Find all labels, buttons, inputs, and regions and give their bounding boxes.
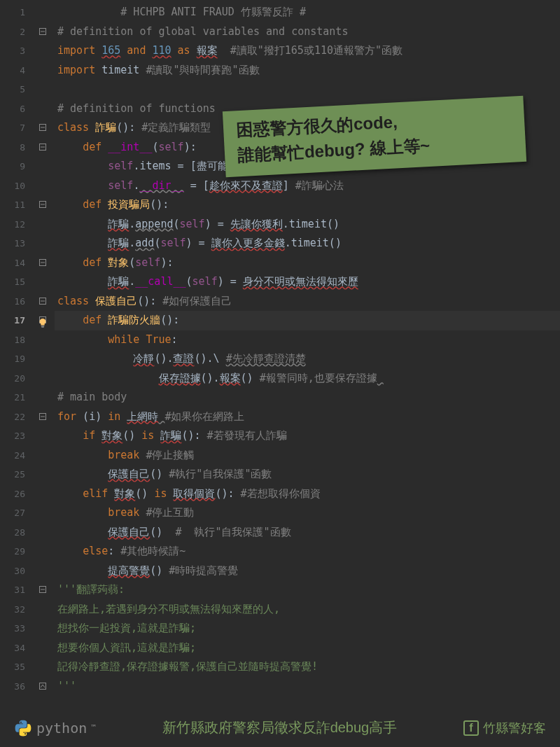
line-number: 28 <box>0 523 25 543</box>
code-line[interactable]: # definition of global variables and con… <box>55 22 560 42</box>
line-number: 6 <box>0 99 25 119</box>
line-number: 36 <box>0 677 25 697</box>
footer-facebook-link[interactable]: f 竹縣警好客 <box>463 720 546 736</box>
fold-minus-icon[interactable] <box>39 586 48 594</box>
fold-end-icon[interactable] <box>39 683 48 691</box>
code-line[interactable]: if 對象() is 詐騙(): #若發現有人詐騙 <box>55 426 560 446</box>
code-line[interactable]: 記得冷靜查證,保存證據報警,保護自己並隨時提高警覺! <box>55 657 560 677</box>
line-number: 15 <box>0 272 25 292</box>
code-line[interactable]: 提高警覺() #時時提高警覺 <box>55 561 560 581</box>
code-line[interactable]: elif 對象() is 取得個資(): #若想取得你個資 <box>55 484 560 504</box>
footer-bar: python™ 新竹縣政府警察局徵求反詐debug高手 f 竹縣警好客 <box>0 708 560 747</box>
line-number: 1 <box>0 3 25 22</box>
line-number: 25 <box>0 465 25 484</box>
code-line[interactable]: break #停止互動 <box>55 503 560 523</box>
facebook-label: 竹縣警好客 <box>483 720 546 736</box>
code-line[interactable]: 詐騙.__call__(self) = 身分不明或無法得知來歷 <box>55 272 560 292</box>
line-number: 31 <box>0 580 25 600</box>
code-line[interactable]: 保存證據().報案() #報警同時,也要保存證據 <box>55 369 560 389</box>
code-line[interactable]: 想要你個人資訊,這就是詐騙; <box>55 638 560 658</box>
code-line[interactable]: 保護自己() # 執行"自我保護"函數 <box>55 523 560 543</box>
line-number: 17 <box>0 311 25 330</box>
line-number: 35 <box>0 657 25 677</box>
code-line[interactable]: 保護自己() #執行"自我保護"函數 <box>55 465 560 484</box>
line-number: 4 <box>0 61 25 81</box>
code-line[interactable]: def 詐騙防火牆(): <box>55 311 560 330</box>
svg-rect-19 <box>41 326 44 326</box>
svg-rect-18 <box>40 683 46 689</box>
code-line[interactable]: # main body <box>55 388 560 407</box>
fold-minus-icon[interactable] <box>39 201 48 209</box>
code-line[interactable]: 詐騙.append(self) = 先讓你獲利.timeit() <box>55 215 560 235</box>
code-line[interactable]: def 投資騙局(): <box>55 195 560 215</box>
code-line[interactable]: import timeit #讀取"與時間賽跑"函數 <box>55 61 560 81</box>
code-line[interactable]: 冷靜().查證().\ #先冷靜查證清楚 <box>55 349 560 369</box>
line-number: 2 <box>0 22 25 42</box>
fold-minus-icon[interactable] <box>39 413 48 421</box>
line-number: 34 <box>0 638 25 658</box>
code-line[interactable]: import 165 and 110 as 報案 #讀取"撥打165或110通報… <box>55 41 560 61</box>
fold-minus-icon[interactable] <box>39 259 48 267</box>
lightbulb-icon[interactable] <box>38 315 48 325</box>
code-line[interactable]: self.__dir__ = [趁你來不及查證] #詐騙心法 <box>55 176 560 196</box>
line-number: 14 <box>0 253 25 273</box>
code-line[interactable]: def 對象(self): <box>55 253 560 273</box>
code-line[interactable]: 在網路上,若遇到身分不明或無法得知來歷的人, <box>55 600 560 620</box>
python-icon <box>14 719 32 737</box>
fold-minus-icon[interactable] <box>39 298 48 306</box>
code-line[interactable]: 想找你一起投資,這就是詐騙; <box>55 619 560 638</box>
line-number: 21 <box>0 388 25 407</box>
code-line[interactable]: for (i) in 上網時 #如果你在網路上 <box>55 407 560 427</box>
code-line[interactable]: break #停止接觸 <box>55 446 560 466</box>
line-number: 13 <box>0 234 25 253</box>
code-line[interactable]: 詐騙.add(self) = 讓你入更多金錢.timeit() <box>55 234 560 253</box>
line-number: 7 <box>0 118 25 138</box>
python-logo: python™ <box>14 719 96 737</box>
line-number: 5 <box>0 80 25 99</box>
line-number: 16 <box>0 292 25 312</box>
fold-minus-icon[interactable] <box>39 144 48 152</box>
line-number: 27 <box>0 503 25 523</box>
python-label: python <box>36 720 87 736</box>
line-number: 19 <box>0 349 25 369</box>
line-number: 24 <box>0 446 25 466</box>
line-number: 8 <box>0 138 25 158</box>
line-number: 30 <box>0 561 25 581</box>
code-line[interactable]: # HCHPB ANTI FRAUD 竹縣警反詐 # <box>55 3 560 22</box>
line-number: 10 <box>0 176 25 196</box>
line-number: 20 <box>0 369 25 389</box>
svg-rect-20 <box>41 327 44 328</box>
code-line[interactable]: class 保護自己(): #如何保護自己 <box>55 292 560 312</box>
facebook-icon: f <box>463 720 479 736</box>
line-number: 23 <box>0 426 25 446</box>
line-number: 12 <box>0 215 25 235</box>
line-number: 22 <box>0 407 25 427</box>
code-line[interactable]: '''翻譯蒟蒻: <box>55 580 560 600</box>
line-number: 18 <box>0 330 25 350</box>
fold-column <box>34 3 55 700</box>
line-number: 26 <box>0 484 25 504</box>
line-number: 9 <box>0 157 25 176</box>
line-number: 32 <box>0 600 25 620</box>
line-number-gutter: 1234567891011121314151617181920212223242… <box>0 3 34 700</box>
line-number: 11 <box>0 195 25 215</box>
code-line[interactable]: else: #其他時候請~ <box>55 542 560 561</box>
line-number: 29 <box>0 542 25 561</box>
code-line[interactable]: while True: <box>55 330 560 350</box>
fold-minus-icon[interactable] <box>39 28 48 36</box>
code-line[interactable] <box>55 80 560 99</box>
line-number: 3 <box>0 41 25 61</box>
line-number: 33 <box>0 619 25 638</box>
code-line[interactable]: ''' <box>55 677 560 697</box>
fold-minus-icon[interactable] <box>39 124 48 132</box>
footer-center-text: 新竹縣政府警察局徵求反詐debug高手 <box>162 718 398 737</box>
